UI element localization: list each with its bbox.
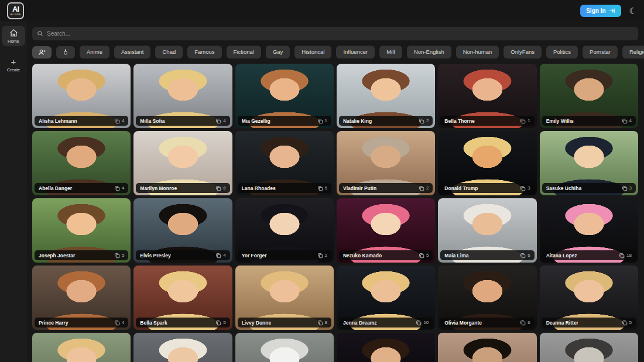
character-name: Bella Thorne (444, 118, 474, 124)
character-card[interactable]: Elvis Presley4 (133, 198, 232, 263)
images-icon (622, 320, 628, 326)
card-label-bar: Bella Spark5 (136, 318, 229, 327)
character-count: 2 (317, 253, 327, 258)
filter-chip-famous[interactable]: Famous (187, 46, 221, 58)
character-card[interactable] (235, 333, 334, 362)
card-label-bar: Abella Danger4 (35, 183, 128, 193)
character-card[interactable]: Vladimir Putin2 (337, 131, 435, 195)
images-icon (215, 185, 221, 191)
images-icon (520, 253, 526, 258)
character-card[interactable]: Lana Rhoades5 (235, 131, 334, 195)
card-label-bar: Aitana Lopez18 (542, 250, 636, 260)
filter-chip-influencer[interactable]: Influencer (336, 46, 375, 58)
images-icon (419, 253, 424, 258)
sign-in-button[interactable]: Sign In (580, 5, 621, 17)
character-card[interactable]: Bella Thorne1 (438, 64, 536, 128)
character-count: 5 (114, 253, 124, 258)
images-icon (114, 253, 120, 258)
character-card[interactable] (32, 333, 131, 362)
filter-chip-historical[interactable]: Historical (294, 46, 331, 58)
character-count-value: 6 (527, 253, 530, 258)
character-card[interactable]: Sasuke Uchiha3 (540, 131, 638, 195)
logo-subtext: ALLURE (11, 13, 21, 16)
filter-chip-assistant[interactable]: Assistant (114, 46, 151, 58)
sidebar-item-create[interactable]: + Create (2, 54, 25, 75)
character-name: Milla Sofia (140, 118, 165, 124)
character-card[interactable]: Milla Sofia4 (133, 64, 232, 128)
brand-logo[interactable]: AI ALLURE (7, 2, 24, 19)
character-name: Sasuke Uchiha (546, 185, 581, 191)
character-card[interactable]: Aitana Lopez18 (540, 198, 638, 263)
logo-text: AI (12, 5, 19, 13)
character-card[interactable]: Livvy Dunne8 (235, 266, 334, 330)
character-card[interactable]: Olivia Morgante6 (438, 266, 536, 330)
character-card[interactable]: Yor Forger2 (235, 198, 334, 263)
character-card[interactable]: Jenna Dreamz10 (337, 266, 435, 330)
character-count-value: 3 (629, 185, 632, 191)
images-icon (114, 185, 120, 191)
images-icon (520, 118, 526, 124)
card-label-bar: Nezuko Kamado5 (339, 250, 433, 260)
character-count-value: 2 (325, 253, 327, 258)
search-input[interactable] (47, 30, 633, 37)
filter-chip-fictional[interactable]: Fictional (227, 46, 261, 58)
character-card[interactable]: Joseph Joestar5 (32, 198, 131, 263)
sidebar-item-home[interactable]: Home (2, 26, 25, 46)
character-count-value: 4 (122, 320, 124, 325)
character-card[interactable]: Deanna Ritter5 (540, 266, 638, 330)
filter-chip-politics[interactable]: Politics (546, 46, 578, 58)
plus-icon: + (11, 57, 16, 66)
character-count-value: 5 (223, 320, 225, 325)
filter-chip-gay[interactable]: Gay (266, 46, 290, 58)
character-count-value: 8 (325, 320, 327, 325)
images-icon (520, 185, 526, 191)
filter-chip-flame[interactable] (56, 46, 75, 58)
character-card[interactable] (438, 333, 536, 362)
character-grid: Alisha Lehmann4Milla Sofia4Mia Gezellig1… (32, 64, 638, 362)
character-card[interactable]: Abella Danger4 (32, 131, 131, 195)
filter-chip-anime[interactable]: Anime (80, 46, 109, 58)
sidebar: Home + Create (0, 21, 27, 362)
character-card[interactable] (133, 333, 232, 362)
images-icon (317, 118, 323, 124)
character-card[interactable] (540, 333, 638, 362)
character-card[interactable]: Bella Spark5 (133, 266, 232, 330)
character-count-value: 2 (426, 118, 429, 123)
character-card[interactable]: Marilyn Monroe6 (133, 131, 232, 195)
filter-chip-religion[interactable]: Religion (622, 46, 644, 58)
character-card[interactable]: Nezuko Kamado5 (337, 198, 435, 263)
character-name: Nezuko Kamado (343, 253, 382, 258)
theme-toggle-moon-icon[interactable]: ☾ (629, 6, 637, 15)
character-count: 5 (419, 253, 429, 258)
character-count-value: 4 (223, 253, 225, 258)
character-name: Maia Lima (444, 253, 468, 258)
character-count-value: 4 (122, 185, 124, 191)
filter-chip-milf[interactable]: Milf (379, 46, 402, 58)
filter-chip-person-add[interactable] (32, 46, 52, 58)
filter-chip-non-english[interactable]: Non-English (407, 46, 451, 58)
character-card[interactable]: Emily Willis4 (540, 64, 638, 128)
character-card[interactable] (337, 333, 435, 362)
character-card[interactable]: Natalie King2 (337, 64, 435, 128)
character-card[interactable]: Alisha Lehmann4 (32, 64, 131, 128)
character-card[interactable]: Donald Trump3 (438, 131, 536, 195)
character-name: Olivia Morgante (444, 320, 482, 326)
filter-chip-onlyfans[interactable]: OnlyFans (503, 46, 542, 58)
character-count-value: 3 (527, 185, 530, 191)
character-name: Yor Forger (242, 253, 267, 258)
filter-chip-non-human[interactable]: Non-human (456, 46, 499, 58)
images-icon (114, 118, 120, 124)
filter-chip-chad[interactable]: Chad (155, 46, 183, 58)
character-card[interactable]: Prince Harry4 (32, 266, 131, 330)
search-bar[interactable] (32, 27, 638, 40)
card-label-bar: Vladimir Putin2 (339, 183, 433, 193)
card-label-bar: Elvis Presley4 (136, 250, 229, 260)
character-card[interactable]: Mia Gezellig1 (235, 64, 334, 128)
character-card[interactable]: Maia Lima6 (438, 198, 536, 263)
character-count-value: 1 (325, 118, 327, 123)
character-count: 1 (520, 118, 530, 124)
character-count: 4 (215, 118, 225, 124)
card-label-bar: Lana Rhoades5 (238, 183, 331, 193)
filter-chip-pornstar[interactable]: Pornstar (583, 46, 618, 58)
character-count: 6 (215, 185, 225, 191)
